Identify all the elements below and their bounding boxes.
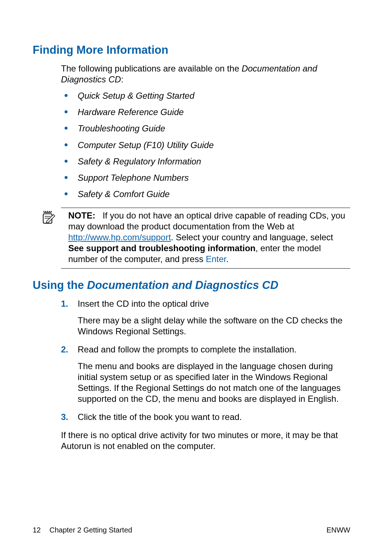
list-item: Support Telephone Numbers [61,172,350,183]
step-main: Click the title of the book you want to … [78,412,350,423]
step-sub: The menu and books are displayed in the … [78,361,350,404]
page-footer: 12 Chapter 2 Getting Started ENWW [33,526,350,534]
support-link[interactable]: http://www.hp.com/support [68,232,171,242]
after-list-paragraph: If there is no optical drive activity fo… [61,430,350,452]
list-item: Hardware Reference Guide [61,106,350,118]
heading-finding-more-info: Finding More Information [33,44,350,57]
note-part4: . [226,254,229,264]
intro-tail: : [121,74,123,84]
steps-list: Insert the CD into the optical drive The… [61,298,350,423]
intro-text: The following publications are available… [61,64,242,73]
list-item: Troubleshooting Guide [61,123,350,134]
footer-left: 12 Chapter 2 Getting Started [33,526,132,534]
step-item: Click the title of the book you want to … [61,412,350,423]
step-main: Read and follow the prompts to complete … [78,344,350,355]
step-item: Insert the CD into the optical drive The… [61,298,350,337]
note-label: NOTE: [68,211,95,220]
note-part1: If you do not have an optical drive capa… [68,211,345,231]
step-item: Read and follow the prompts to complete … [61,344,350,404]
note-enter: Enter [206,254,226,264]
note-body: NOTE: If you do not have an optical driv… [68,210,350,265]
step-main: Insert the CD into the optical drive [78,298,350,309]
page-number: 12 [33,526,41,534]
list-item: Quick Setup & Getting Started [61,90,350,101]
footer-lang: ENWW [326,526,350,534]
note-icon [41,210,56,225]
heading2-plain: Using the [33,279,87,291]
list-item: Safety & Comfort Guide [61,188,350,200]
step-sub: There may be a slight delay while the so… [78,315,350,337]
list-item: Computer Setup (F10) Utility Guide [61,139,350,151]
publications-list: Quick Setup & Getting Started Hardware R… [61,90,350,200]
document-page: Finding More Information The following p… [0,0,392,555]
note-callout: NOTE: If you do not have an optical driv… [61,208,350,269]
list-item: Safety & Regulatory Information [61,156,350,167]
intro-paragraph: The following publications are available… [61,63,350,85]
chapter-label: Chapter 2 Getting Started [49,526,132,534]
heading2-italic: Documentation and Diagnostics CD [87,279,278,291]
note-bold: See support and troubleshooting informat… [68,243,256,253]
note-part2: . Select your country and language, sele… [171,232,333,242]
heading-using-cd: Using the Documentation and Diagnostics … [33,279,350,292]
